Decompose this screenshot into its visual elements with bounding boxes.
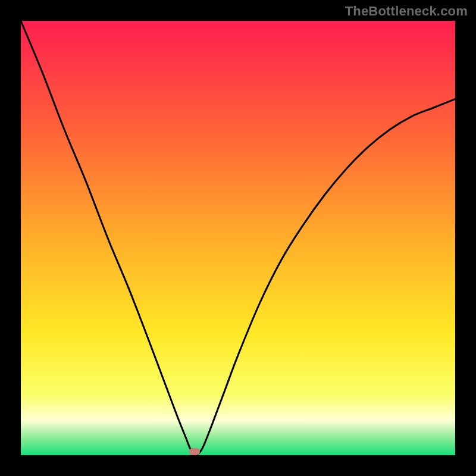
bottleneck-curve bbox=[21, 21, 455, 455]
chart-frame: TheBottleneck.com bbox=[0, 0, 476, 476]
minimum-marker bbox=[189, 448, 200, 455]
plot-area bbox=[21, 21, 455, 455]
watermark-text: TheBottleneck.com bbox=[345, 4, 468, 19]
